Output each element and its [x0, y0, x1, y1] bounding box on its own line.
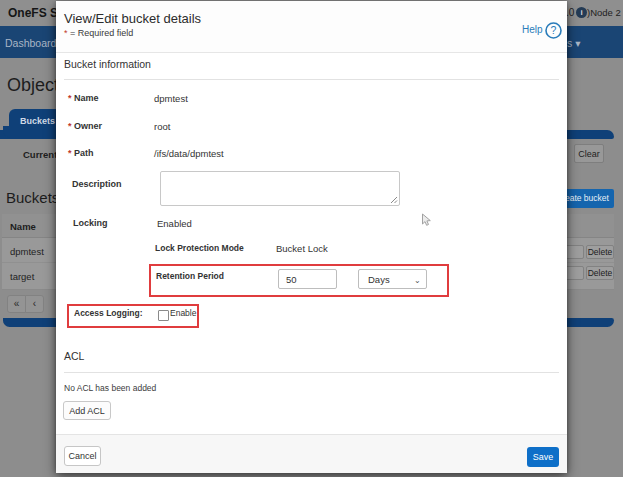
svg-text:?: ? [551, 24, 557, 36]
